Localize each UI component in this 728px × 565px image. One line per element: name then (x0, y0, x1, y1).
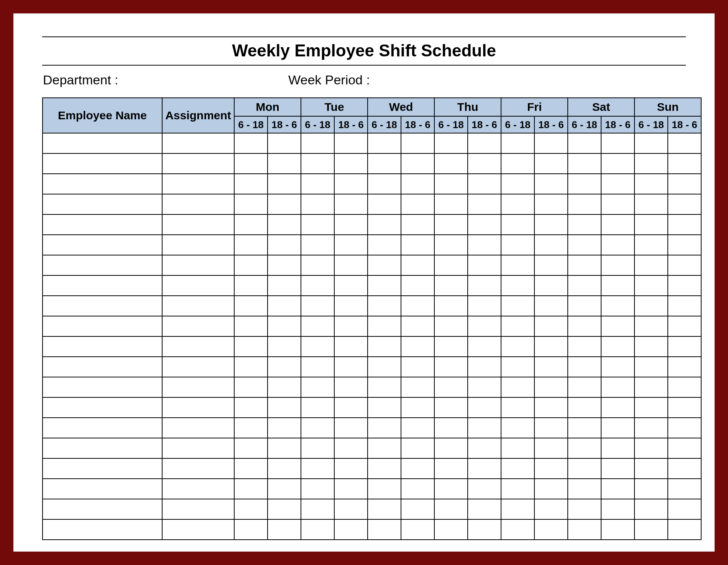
cell-shift[interactable] (601, 316, 634, 336)
cell-shift[interactable] (501, 479, 534, 499)
cell-shift[interactable] (368, 235, 401, 255)
cell-shift[interactable] (434, 479, 468, 499)
cell-shift[interactable] (268, 418, 301, 438)
cell-shift[interactable] (468, 438, 501, 458)
cell-shift[interactable] (434, 133, 468, 153)
cell-shift[interactable] (368, 336, 401, 357)
cell-shift[interactable] (534, 357, 568, 377)
cell-employee-name[interactable] (43, 235, 162, 255)
cell-shift[interactable] (601, 519, 634, 540)
cell-shift[interactable] (234, 316, 268, 336)
cell-shift[interactable] (634, 397, 668, 418)
cell-shift[interactable] (234, 499, 268, 519)
cell-shift[interactable] (501, 357, 534, 377)
cell-shift[interactable] (401, 275, 434, 296)
cell-shift[interactable] (368, 418, 401, 438)
cell-shift[interactable] (568, 336, 601, 357)
cell-shift[interactable] (368, 438, 401, 458)
cell-shift[interactable] (568, 235, 601, 255)
cell-shift[interactable] (601, 418, 634, 438)
cell-shift[interactable] (568, 316, 601, 336)
cell-shift[interactable] (668, 479, 701, 499)
cell-shift[interactable] (434, 336, 468, 357)
cell-assignment[interactable] (162, 479, 234, 499)
cell-shift[interactable] (501, 194, 534, 214)
cell-shift[interactable] (601, 174, 634, 194)
cell-shift[interactable] (468, 316, 501, 336)
cell-shift[interactable] (534, 377, 568, 397)
cell-shift[interactable] (434, 174, 468, 194)
cell-shift[interactable] (601, 214, 634, 235)
cell-shift[interactable] (334, 336, 368, 357)
cell-shift[interactable] (301, 255, 334, 275)
cell-employee-name[interactable] (43, 275, 162, 296)
cell-shift[interactable] (568, 499, 601, 519)
cell-shift[interactable] (368, 377, 401, 397)
cell-shift[interactable] (668, 296, 701, 316)
cell-shift[interactable] (501, 275, 534, 296)
cell-shift[interactable] (301, 174, 334, 194)
cell-shift[interactable] (668, 397, 701, 418)
cell-shift[interactable] (268, 174, 301, 194)
cell-shift[interactable] (268, 296, 301, 316)
cell-shift[interactable] (601, 397, 634, 418)
cell-shift[interactable] (234, 336, 268, 357)
cell-shift[interactable] (334, 275, 368, 296)
cell-shift[interactable] (234, 438, 268, 458)
cell-shift[interactable] (268, 316, 301, 336)
cell-shift[interactable] (234, 133, 268, 153)
cell-shift[interactable] (601, 153, 634, 174)
cell-shift[interactable] (268, 133, 301, 153)
cell-employee-name[interactable] (43, 377, 162, 397)
cell-shift[interactable] (534, 316, 568, 336)
cell-shift[interactable] (301, 479, 334, 499)
cell-shift[interactable] (401, 133, 434, 153)
cell-shift[interactable] (334, 519, 368, 540)
cell-shift[interactable] (301, 316, 334, 336)
cell-shift[interactable] (334, 133, 368, 153)
cell-shift[interactable] (334, 397, 368, 418)
cell-shift[interactable] (268, 479, 301, 499)
cell-shift[interactable] (568, 214, 601, 235)
cell-shift[interactable] (668, 194, 701, 214)
cell-shift[interactable] (334, 153, 368, 174)
cell-shift[interactable] (634, 275, 668, 296)
cell-shift[interactable] (401, 397, 434, 418)
cell-assignment[interactable] (162, 255, 234, 275)
cell-shift[interactable] (301, 133, 334, 153)
cell-shift[interactable] (468, 194, 501, 214)
cell-shift[interactable] (401, 153, 434, 174)
cell-shift[interactable] (501, 316, 534, 336)
cell-shift[interactable] (601, 438, 634, 458)
cell-shift[interactable] (368, 296, 401, 316)
cell-shift[interactable] (534, 275, 568, 296)
cell-assignment[interactable] (162, 174, 234, 194)
cell-shift[interactable] (401, 194, 434, 214)
cell-shift[interactable] (301, 275, 334, 296)
cell-shift[interactable] (468, 397, 501, 418)
cell-assignment[interactable] (162, 438, 234, 458)
cell-shift[interactable] (301, 153, 334, 174)
cell-shift[interactable] (401, 235, 434, 255)
cell-shift[interactable] (434, 296, 468, 316)
cell-shift[interactable] (668, 458, 701, 479)
cell-shift[interactable] (634, 235, 668, 255)
cell-assignment[interactable] (162, 296, 234, 316)
cell-shift[interactable] (534, 174, 568, 194)
cell-shift[interactable] (534, 235, 568, 255)
cell-assignment[interactable] (162, 397, 234, 418)
cell-shift[interactable] (368, 357, 401, 377)
cell-shift[interactable] (668, 377, 701, 397)
cell-assignment[interactable] (162, 235, 234, 255)
cell-shift[interactable] (501, 519, 534, 540)
cell-shift[interactable] (501, 438, 534, 458)
cell-shift[interactable] (434, 438, 468, 458)
cell-shift[interactable] (268, 377, 301, 397)
cell-shift[interactable] (634, 296, 668, 316)
cell-shift[interactable] (401, 418, 434, 438)
cell-shift[interactable] (634, 316, 668, 336)
cell-shift[interactable] (568, 519, 601, 540)
cell-shift[interactable] (268, 336, 301, 357)
cell-shift[interactable] (534, 499, 568, 519)
cell-shift[interactable] (601, 194, 634, 214)
